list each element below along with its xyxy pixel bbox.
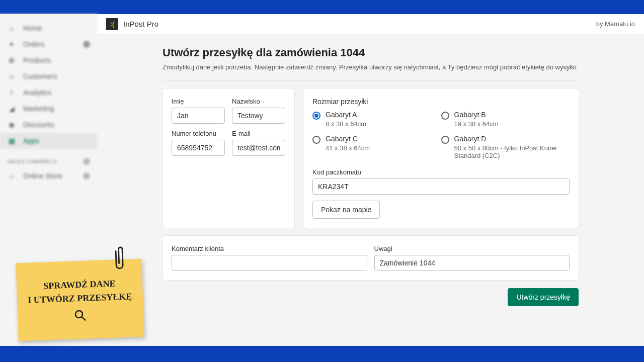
sidebar-label: Discounts [23,121,54,129]
sidebar-item-home[interactable]: ⌂Home [0,20,97,36]
sidebar-label: Customers [23,72,57,80]
radio-icon [312,112,320,120]
app-by: by Mamalu.io [596,20,635,28]
customers-icon: ☺ [7,72,16,81]
sidebar-item-apps[interactable]: ▦Apps [0,133,97,149]
sidebar-label: Orders [23,40,45,48]
view-icon [83,172,90,179]
top-brand-bar [0,0,644,14]
app-bar: :( InPost Pro by Mamalu.io [97,14,644,34]
apps-icon: ▦ [7,136,16,145]
size-label: Gabaryt D [454,135,570,143]
size-option-b[interactable]: Gabaryt B19 x 38 x 64cm [441,111,570,128]
sidebar-label: Analytics [23,88,51,97]
notes-label: Uwagi [374,245,570,252]
add-channel-icon[interactable] [83,158,90,165]
customer-card: Imię Nazwisko Numer telefonu [163,88,294,228]
phone-input[interactable] [172,140,225,156]
size-sub: 50 x 50 x 80cm - tylko InPost Kurier Sta… [454,144,570,159]
size-label: Gabaryt B [454,111,499,119]
svg-line-1 [82,316,85,320]
sidebar-item-analytics[interactable]: ⫯Analytics [0,84,97,101]
bottom-brand-bar [0,346,644,362]
paperclip-icon [112,244,127,275]
size-option-c[interactable]: Gabaryt C41 x 38 x 64cm [312,135,441,159]
sidebar-section-header: SALES CHANNELS [0,149,97,168]
radio-icon [441,136,449,144]
firstname-input[interactable] [172,108,225,124]
sidebar-label: Online Store [23,172,62,180]
page-subtitle: Zmodyfikuj dane jeśli potrzeba. Następni… [163,63,579,71]
sidebar-item-marketing[interactable]: ◢Marketing [0,101,97,117]
sidebar-item-discounts[interactable]: ◉Discounts [0,117,97,133]
sticky-note: Sprawdź dane i utwórz przesyłkę [16,259,144,341]
analytics-icon: ⫯ [7,88,16,97]
sidebar-label: Home [23,24,42,32]
orders-icon: ✦ [7,40,16,49]
sidebar-item-orders[interactable]: ✦Orders [0,36,97,52]
sidebar-label: Apps [23,137,39,145]
size-sub: 19 x 38 x 64cm [454,120,499,128]
email-input[interactable] [232,140,285,156]
sidebar-label: Marketing [23,105,54,113]
lastname-label: Nazwisko [232,98,285,105]
comment-label: Komentarz klienta [172,245,367,252]
discounts-icon: ◉ [7,120,16,129]
page-title: Utwórz przesyłkę dla zamówienia 1044 [163,46,579,59]
radio-icon [441,112,449,120]
locker-input[interactable] [312,178,570,195]
comment-input[interactable] [172,255,367,271]
app-logo: :( [106,18,118,30]
comments-card: Komentarz klienta Uwagi [163,236,579,280]
shipment-card: Rozmiar przesyłki Gabaryt A8 x 38 x 64cm… [303,88,579,228]
notes-input[interactable] [374,255,570,271]
size-label: Gabaryt A [326,111,366,119]
radio-icon [312,136,320,144]
sidebar-item-products[interactable]: ✿Products [0,52,97,68]
magnifier-icon [74,309,88,322]
orders-badge [83,41,90,48]
show-map-button[interactable]: Pokaż na mapie [312,201,380,219]
sidebar-item-online-store[interactable]: ⌂Online Store [0,168,97,184]
main-area: :( InPost Pro by Mamalu.io Utwórz przesy… [97,14,644,346]
size-option-a[interactable]: Gabaryt A8 x 38 x 64cm [312,111,441,128]
size-section-label: Rozmiar przesyłki [312,98,570,106]
locker-label: Kod paczkomatu [312,168,570,176]
app-title: InPost Pro [123,20,158,28]
phone-label: Numer telefonu [172,130,225,137]
sidebar-label: Products [23,56,51,64]
size-label: Gabaryt C [326,135,370,143]
lastname-input[interactable] [232,108,285,124]
store-icon: ⌂ [7,171,16,180]
sidebar-item-customers[interactable]: ☺Customers [0,68,97,84]
home-icon: ⌂ [7,24,16,33]
size-sub: 41 x 38 x 64cm [326,144,370,152]
size-option-d[interactable]: Gabaryt D50 x 50 x 80cm - tylko InPost K… [441,135,570,159]
marketing-icon: ◢ [7,104,16,113]
products-icon: ✿ [7,56,16,65]
size-sub: 8 x 38 x 64cm [326,120,366,128]
firstname-label: Imię [172,98,225,105]
divider [163,80,579,80]
create-shipment-button[interactable]: Utwórz przesyłkę [508,288,579,306]
email-label: E-mail [232,130,285,137]
